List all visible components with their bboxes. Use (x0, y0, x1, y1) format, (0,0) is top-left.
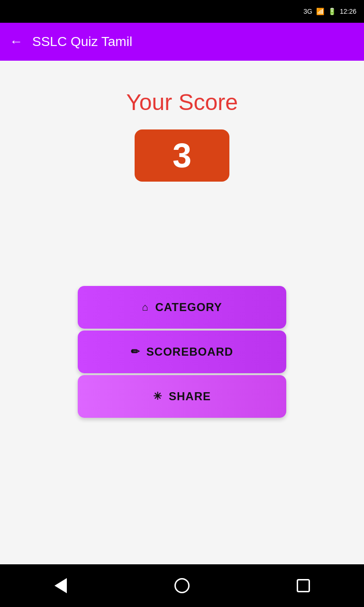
back-button[interactable]: ← (9, 34, 23, 49)
app-title: SSLC Quiz Tamil (32, 34, 132, 49)
clock: 12:26 (340, 8, 356, 15)
score-value: 3 (173, 136, 191, 175)
nav-back-button[interactable] (46, 571, 75, 600)
score-label: Your Score (126, 89, 238, 115)
scoreboard-icon: ✏ (131, 346, 140, 358)
signal-icon: 📶 (316, 8, 324, 15)
bottom-nav (0, 564, 364, 607)
nav-recent-button[interactable] (289, 571, 318, 600)
battery-icon: 🔋 (328, 8, 336, 15)
network-icon: 3G (303, 8, 312, 15)
buttons-container: ⌂ CATEGORY ✏ SCOREBOARD ✳ SHARE (78, 286, 286, 418)
share-button[interactable]: ✳ SHARE (78, 375, 286, 418)
nav-home-button[interactable] (168, 571, 196, 600)
home-circle-icon (174, 578, 190, 593)
category-icon: ⌂ (142, 301, 148, 313)
recent-square-icon (297, 579, 310, 592)
share-icon: ✳ (153, 390, 162, 403)
scoreboard-button[interactable]: ✏ SCOREBOARD (78, 331, 286, 373)
score-box: 3 (135, 129, 229, 182)
scoreboard-label: SCOREBOARD (146, 345, 233, 359)
category-label: CATEGORY (155, 301, 222, 314)
app-bar: ← SSLC Quiz Tamil (0, 23, 364, 61)
category-button[interactable]: ⌂ CATEGORY (78, 286, 286, 329)
status-bar: 3G 📶 🔋 12:26 (0, 0, 364, 23)
share-label: SHARE (169, 390, 211, 403)
back-triangle-icon (55, 578, 67, 593)
main-content: Your Score 3 ⌂ CATEGORY ✏ SCOREBOARD ✳ S… (0, 61, 364, 564)
